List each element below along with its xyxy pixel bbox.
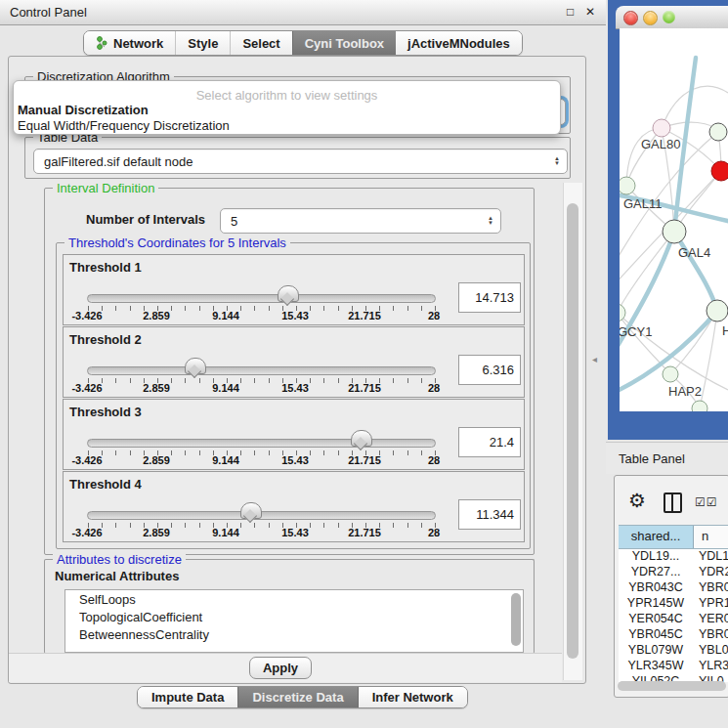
threshold-2-slider-thumb[interactable] xyxy=(185,358,206,374)
table-data-value: galFiltered.sif default node xyxy=(34,154,193,169)
node-label-gal4: GAL4 xyxy=(678,245,710,260)
float-window-icon[interactable]: □ xyxy=(567,5,574,19)
attributes-group-title: Attributes to discretize xyxy=(53,552,186,567)
close-icon[interactable]: ✕ xyxy=(585,5,595,19)
attributes-group: Attributes to discretize Numerical Attri… xyxy=(44,559,535,654)
table-row[interactable]: YBL079WYBL0 xyxy=(619,643,728,659)
algorithm-dropdown-popup: Select algorithm to view settings Manual… xyxy=(13,80,561,135)
table-row[interactable]: YDL19...YDL1 xyxy=(619,549,728,565)
dropdown-option-equal-width[interactable]: Equal Width/Frequency Discretization xyxy=(18,118,230,133)
apply-button[interactable]: Apply xyxy=(249,657,312,679)
threshold-1-slider-thumb[interactable] xyxy=(278,285,299,302)
table-panel-title: Table Panel xyxy=(619,451,685,466)
table-data-combobox[interactable]: galFiltered.sif default node ▲▼ xyxy=(33,149,568,174)
threshold-2-panel: Threshold 2 -3.426 2.859 9.144 15.43 21.… xyxy=(63,326,525,398)
threshold-2-slider-track[interactable] xyxy=(87,366,436,375)
table-row[interactable]: YDR27...YDR2 xyxy=(619,565,728,580)
tab-impute-data[interactable]: Impute Data xyxy=(138,687,237,707)
list-item[interactable]: TopologicalCoefficient xyxy=(65,608,523,625)
network-window-titlebar[interactable] xyxy=(616,6,728,29)
panel-scrollbar[interactable] xyxy=(563,183,582,680)
node-h[interactable] xyxy=(707,300,728,321)
combo-arrows-icon: ▲▼ xyxy=(488,216,493,226)
tick-label: -3.426 xyxy=(71,310,102,321)
select-columns-checkboxes-icon[interactable]: ☑☑ xyxy=(695,495,718,509)
node-bottom[interactable] xyxy=(692,401,707,411)
interval-definition-title: Interval Definition xyxy=(53,181,158,195)
tick-label: 9.144 xyxy=(212,310,239,321)
threshold-3-slider-thumb[interactable] xyxy=(351,430,372,447)
dropdown-option-manual[interactable]: Manual Discretization xyxy=(18,103,149,117)
thresholds-group-title: Threshold's Coordinates for 5 Intervals xyxy=(64,236,290,250)
tick-label: 2.859 xyxy=(143,454,170,466)
list-scrollbar[interactable] xyxy=(511,593,521,646)
list-item[interactable]: SelfLoops xyxy=(65,590,523,608)
table-panel: ⚙ ☑☑ shared... n YDL19...YDL1 YDR27...YD… xyxy=(614,475,728,698)
number-of-intervals-combobox[interactable]: 5 ▲▼ xyxy=(220,208,501,234)
node-gal4[interactable] xyxy=(663,220,686,243)
tab-discretize-data[interactable]: Discretize Data xyxy=(237,687,357,707)
tab-select[interactable]: Select xyxy=(230,31,291,55)
threshold-1-value-field[interactable]: 14.713 xyxy=(458,282,521,313)
tick-label: 15.43 xyxy=(281,382,309,394)
tick-label: 15.43 xyxy=(281,454,309,466)
control-panel-titlebar: Control Panel □ ✕ xyxy=(0,0,606,25)
network-window-frame[interactable]: GAL80 GAL11 GAL4 GCY1 HAP2 H xyxy=(608,0,728,440)
tick-label: 21.715 xyxy=(348,310,381,321)
screen: Control Panel □ ✕ Network Style Select C… xyxy=(0,0,728,728)
threshold-1-slider-track[interactable] xyxy=(87,294,436,303)
table-horizontal-scrollbar[interactable] xyxy=(618,681,726,691)
node-attribute-table: shared... n YDL19...YDL1 YDR27...YDR2 YB… xyxy=(619,525,728,682)
tick-label: 21.715 xyxy=(348,527,381,538)
table-row[interactable]: YBR043CYBR0 xyxy=(619,580,728,596)
threshold-2-value-field[interactable]: 6.316 xyxy=(458,355,521,385)
network-graph: GAL80 GAL11 GAL4 GCY1 HAP2 H xyxy=(620,28,728,411)
numerical-attributes-list[interactable]: SelfLoops TopologicalCoefficient Between… xyxy=(64,589,524,653)
slider-ticks xyxy=(88,450,436,455)
table-panel-titlebar: Table Panel xyxy=(606,442,728,474)
mac-minimize-icon[interactable] xyxy=(643,11,658,25)
table-row[interactable]: YER054CYER0 xyxy=(619,612,728,627)
threshold-3-slider-track[interactable] xyxy=(87,439,436,448)
node-gal80[interactable] xyxy=(653,119,670,137)
tick-label: 9.144 xyxy=(212,382,239,394)
tick-label: 21.715 xyxy=(348,454,381,466)
collapse-handle-icon[interactable]: ◂ xyxy=(592,354,597,364)
node-label-gal80: GAL80 xyxy=(641,137,680,151)
tick-label: 9.144 xyxy=(212,454,239,466)
threshold-1-label: Threshold 1 xyxy=(69,260,142,275)
tab-cyni-toolbox[interactable]: Cyni Toolbox xyxy=(292,31,396,55)
tab-jactivemnodules[interactable]: jActiveMNodules xyxy=(396,31,522,55)
split-columns-icon[interactable] xyxy=(664,492,682,513)
table-row[interactable]: YPR145WYPR1 xyxy=(619,596,728,612)
tab-infer-network[interactable]: Infer Network xyxy=(358,687,467,707)
network-canvas[interactable]: GAL80 GAL11 GAL4 GCY1 HAP2 H xyxy=(620,28,728,411)
threshold-1-panel: Threshold 1 -3.426 2.859 9.144 15.43 21.… xyxy=(63,254,525,325)
tick-label: -3.426 xyxy=(71,382,102,394)
gear-icon[interactable]: ⚙ xyxy=(628,489,646,512)
column-header-name[interactable]: n xyxy=(694,526,728,548)
node-gal11[interactable] xyxy=(620,177,635,194)
number-of-intervals-value: 5 xyxy=(221,214,237,229)
mac-close-icon[interactable] xyxy=(623,11,638,25)
table-row[interactable]: YLR345WYLR3 xyxy=(619,659,728,674)
tab-style[interactable]: Style xyxy=(175,31,230,55)
table-row[interactable]: YBR045CYBR0 xyxy=(619,627,728,643)
node-hap2[interactable] xyxy=(663,366,678,382)
threshold-4-value-field[interactable]: 11.344 xyxy=(458,499,521,530)
tick-label: 2.859 xyxy=(143,527,170,538)
tick-label: 28 xyxy=(428,382,440,394)
column-header-shared[interactable]: shared... xyxy=(619,526,694,548)
list-item[interactable]: BetweennessCentrality xyxy=(65,625,523,643)
threshold-3-label: Threshold 3 xyxy=(69,405,142,419)
threshold-4-slider-thumb[interactable] xyxy=(240,502,262,519)
network-tab-icon xyxy=(96,36,107,50)
node-selected-red[interactable] xyxy=(711,161,728,181)
threshold-3-value-field[interactable]: 21.4 xyxy=(458,427,521,457)
panel-scrollbar-thumb[interactable] xyxy=(567,203,578,659)
node-top-right[interactable] xyxy=(709,123,727,141)
tab-network[interactable]: Network xyxy=(84,31,175,55)
mac-zoom-icon[interactable] xyxy=(663,11,675,23)
table-header-row: shared... n xyxy=(619,525,728,549)
panel-tabbar: Network Style Select Cyni Toolbox jActiv… xyxy=(83,30,523,56)
